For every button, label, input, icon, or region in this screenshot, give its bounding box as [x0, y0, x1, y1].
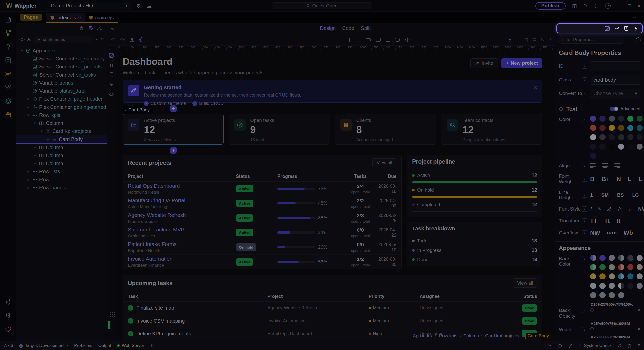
project-selector[interactable]: Demo Projects HQ ▾ [48, 2, 131, 10]
view-tab-split[interactable]: Split [361, 25, 371, 31]
tree-help-icon[interactable]: ? [101, 37, 104, 42]
tree-item-column[interactable]: ▸Column [16, 143, 107, 151]
info-icon[interactable]: i [582, 117, 587, 122]
color-swatch[interactable] [590, 116, 596, 122]
split-layout-button[interactable]: ◫ [572, 3, 577, 9]
back-color-swatch[interactable] [609, 283, 615, 289]
color-swatch[interactable] [637, 125, 643, 131]
docs-book-icon[interactable]: ▤ [532, 37, 537, 43]
database-panel-icon[interactable] [4, 56, 12, 64]
back-color-swatch[interactable] [637, 255, 643, 261]
table-row[interactable]: ✓Finalize site mapAgency Website Refresh… [123, 302, 542, 314]
color-swatch[interactable] [599, 125, 606, 131]
lh-lg[interactable]: LG [632, 192, 639, 198]
refresh-icon[interactable]: ↻ [541, 37, 545, 43]
debug-bug-icon[interactable] [627, 343, 632, 348]
class-input[interactable] [590, 75, 640, 85]
ai-assistant-robot-icon[interactable] [79, 26, 84, 31]
back-color-swatch[interactable] [618, 255, 624, 261]
breadcrumb-link[interactable]: App index [413, 333, 433, 339]
web-server-status[interactable]: Web Server [117, 343, 144, 348]
back-color-swatch[interactable] [618, 273, 624, 279]
dark-mode-moon-icon[interactable]: ☾ [139, 36, 144, 43]
table-row[interactable]: Retail Ops DashboardNorthwind RetailActi… [123, 182, 401, 196]
redo-icon[interactable]: ↷ [120, 37, 125, 43]
community-heart-icon[interactable] [4, 325, 12, 333]
tree-caret-icon[interactable]: ▾ [20, 48, 24, 53]
back-color-swatch[interactable] [599, 283, 606, 289]
back-color-swatch[interactable] [599, 292, 606, 298]
color-swatch[interactable] [618, 134, 624, 140]
kpi-card-team-contacts[interactable]: Team contacts12People & stakeholders [441, 114, 542, 145]
edit-properties-icon[interactable] [605, 26, 610, 31]
back-color-swatch[interactable] [590, 264, 596, 270]
fw-bold[interactable]: B [590, 176, 594, 183]
undo-icon[interactable]: ↶ [111, 37, 115, 43]
color-swatch[interactable] [627, 144, 633, 150]
tree-caret-icon[interactable]: ▸ [26, 97, 30, 101]
view-tab-design[interactable]: Design [320, 25, 336, 31]
back-color-swatch[interactable] [599, 264, 606, 270]
color-swatch[interactable] [590, 153, 596, 159]
color-swatch[interactable] [590, 144, 596, 150]
settings-gear-button[interactable]: ⚙ [136, 3, 141, 9]
invite-button[interactable]: Invite [470, 58, 498, 68]
back-color-swatch[interactable] [627, 255, 633, 261]
output-button[interactable]: Output [98, 343, 111, 348]
fw-lighter[interactable]: L+ [639, 176, 644, 183]
back-color-swatch[interactable] [627, 273, 633, 279]
pin-panel-icon[interactable] [4, 42, 12, 51]
color-swatch[interactable] [590, 134, 596, 140]
color-swatch[interactable] [609, 116, 615, 122]
view-all-projects-button[interactable]: View all [372, 158, 396, 167]
info-icon[interactable]: i [582, 256, 587, 261]
open-external-icon[interactable]: ⇗ [516, 37, 520, 43]
scissors-icon[interactable]: ✂ [615, 25, 619, 32]
lh-bs[interactable]: BS [617, 192, 624, 198]
extensions-icon[interactable] [4, 298, 12, 306]
project-link[interactable]: Shipment Tracking MVP [128, 227, 184, 232]
rocket-style-icon[interactable] [607, 207, 612, 212]
theme-droplet-icon[interactable] [583, 4, 587, 8]
info-icon[interactable]: i [582, 308, 587, 313]
selected-element-tag[interactable]: ‹ Card Body [123, 106, 153, 114]
color-swatch[interactable] [637, 116, 643, 122]
tree-item-sc_projects[interactable]: Server Connectsc_projects [16, 63, 107, 71]
back-color-swatch[interactable] [627, 283, 633, 289]
window-minimize-button[interactable]: − [619, 3, 622, 9]
breadcrumb-current[interactable]: Card Body [525, 333, 551, 339]
ov-wordbreak[interactable]: Wb [624, 229, 633, 236]
kpi-card-clients[interactable]: Clients8Accounts managed [335, 114, 436, 145]
slider-track[interactable] [594, 310, 634, 310]
color-swatch[interactable] [609, 144, 615, 150]
tree-item-trends[interactable]: Variabletrends [16, 79, 107, 87]
info-icon[interactable]: i [582, 77, 587, 82]
tree-item-status_data[interactable]: Variablestatus_data [16, 87, 107, 95]
color-swatch[interactable] [627, 125, 633, 131]
align-center-icon[interactable] [602, 163, 608, 168]
breadcrumb-link[interactable]: Card kpi-projects [485, 333, 519, 339]
outline-list-icon[interactable] [88, 26, 93, 31]
code-view-icon[interactable]: </> [19, 37, 24, 42]
project-link[interactable]: Agency Website Refresh [128, 212, 186, 218]
info-icon[interactable]: i [582, 163, 587, 168]
dynamic-events-bolt-icon[interactable] [633, 26, 639, 31]
tree-caret-icon[interactable]: ▾ [39, 129, 44, 133]
system-check-button[interactable]: ✓ System Check [578, 343, 612, 348]
italic-icon[interactable]: I [590, 206, 592, 212]
feedback-thumb-icon[interactable] [558, 343, 562, 348]
view-tab-code[interactable]: Code [342, 25, 354, 31]
back-color-swatch[interactable] [637, 273, 643, 279]
device-tablet-icon[interactable] [357, 38, 361, 42]
back-color-swatch[interactable] [609, 273, 615, 279]
color-swatch[interactable] [637, 144, 643, 150]
tree-item-getting-started[interactable]: ▸Flex Containergetting-started [16, 103, 107, 111]
slider-clear-icon[interactable]: × [638, 307, 640, 313]
props-help-icon[interactable]: ? [636, 37, 641, 42]
publish-button[interactable]: Publish [535, 2, 566, 10]
tree-item-page-header[interactable]: ▸Flex Containerpage-header [16, 95, 107, 103]
tree-item-column[interactable]: ▾Column [16, 119, 107, 127]
text-width-icon[interactable]: ↔ [628, 206, 633, 212]
app-grid-icon[interactable] [109, 311, 115, 317]
color-swatch[interactable] [599, 134, 606, 140]
